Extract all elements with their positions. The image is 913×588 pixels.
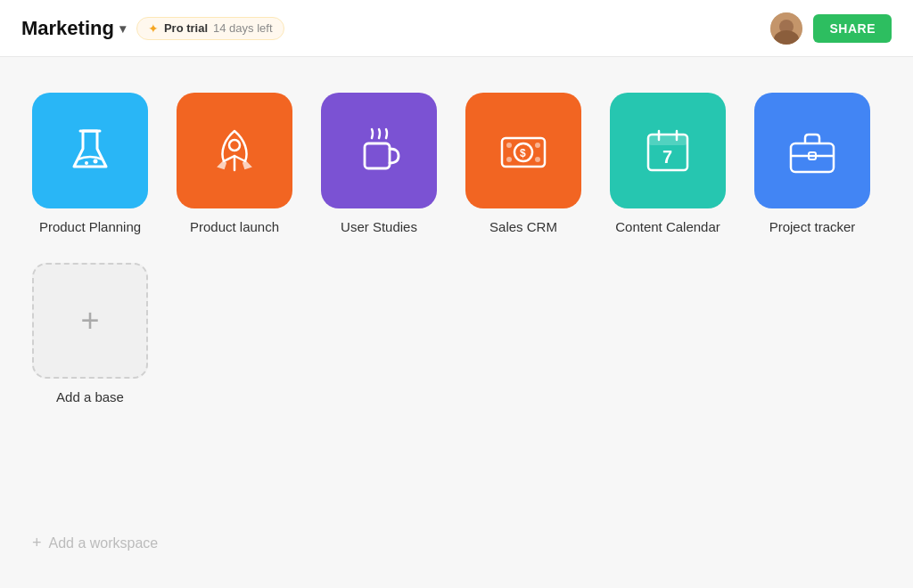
header-right: SHARE: [770, 12, 892, 45]
svg-text:7: 7: [662, 147, 672, 167]
bases-grid: Product Planning Product launch: [32, 93, 881, 404]
svg-text:$: $: [520, 147, 526, 159]
base-item-content-calendar[interactable]: 7 Content Calendar: [610, 93, 726, 234]
avatar-image: [770, 12, 802, 45]
svg-rect-14: [648, 135, 687, 145]
add-base-icon[interactable]: +: [32, 263, 148, 379]
star-icon: ✦: [148, 21, 159, 36]
share-button[interactable]: SHARE: [813, 14, 892, 43]
svg-point-10: [535, 143, 540, 148]
base-item-user-studies[interactable]: User Studies: [321, 93, 437, 234]
pro-trial-text: Pro trial: [164, 21, 208, 35]
base-icon-product-launch: [177, 93, 292, 208]
main-content: Product Planning Product launch: [0, 57, 913, 519]
base-icon-product-planning: [32, 93, 148, 208]
base-item-project-tracker[interactable]: Project tracker: [754, 93, 870, 234]
base-label-project-tracker: Project tracker: [769, 219, 856, 234]
pro-trial-badge[interactable]: ✦ Pro trial 14 days left: [136, 17, 284, 40]
base-label-product-launch: Product launch: [190, 219, 279, 234]
chevron-down-icon: ▾: [119, 21, 126, 36]
svg-point-9: [506, 143, 512, 148]
add-workspace-label: Add a workspace: [49, 535, 159, 551]
svg-rect-5: [365, 143, 390, 168]
workspace-title[interactable]: Marketing ▾: [21, 17, 126, 40]
briefcase-icon: [784, 122, 841, 179]
add-workspace-button[interactable]: + Add a workspace: [32, 519, 881, 567]
base-icon-sales-crm: $: [465, 93, 581, 208]
base-label-content-calendar: Content Calendar: [615, 219, 720, 234]
svg-point-12: [535, 157, 540, 162]
money-icon: $: [495, 122, 552, 179]
header-left: Marketing ▾ ✦ Pro trial 14 days left: [21, 17, 284, 40]
base-label-sales-crm: Sales CRM: [489, 219, 557, 234]
base-icon-project-tracker: [754, 93, 870, 208]
days-left-text: 14 days left: [213, 21, 273, 35]
svg-point-11: [506, 157, 512, 162]
base-label-user-studies: User Studies: [341, 219, 417, 234]
svg-rect-18: [791, 143, 834, 172]
add-base-label: Add a base: [56, 389, 124, 404]
avatar[interactable]: [770, 12, 802, 45]
calendar-icon: 7: [639, 122, 696, 179]
base-item-sales-crm[interactable]: $ Sales CRM: [465, 93, 581, 234]
footer-area: + Add a workspace: [0, 519, 913, 588]
base-icon-user-studies: [321, 93, 437, 208]
base-item-product-launch[interactable]: Product launch: [177, 93, 292, 234]
add-base-item[interactable]: + Add a base: [32, 263, 148, 404]
coffee-icon: [350, 122, 407, 179]
base-item-product-planning[interactable]: Product Planning: [32, 93, 148, 234]
svg-point-1: [94, 159, 98, 164]
plus-workspace-icon: +: [32, 534, 42, 552]
workspace-name: Marketing: [21, 17, 114, 40]
header: Marketing ▾ ✦ Pro trial 14 days left SHA…: [0, 0, 913, 57]
svg-point-2: [85, 161, 88, 165]
plus-icon: +: [80, 302, 99, 339]
rocket-icon: [206, 122, 263, 179]
svg-point-3: [229, 140, 240, 151]
base-icon-content-calendar: 7: [610, 93, 726, 208]
base-label-product-planning: Product Planning: [39, 219, 141, 234]
flask-icon: [62, 122, 119, 179]
